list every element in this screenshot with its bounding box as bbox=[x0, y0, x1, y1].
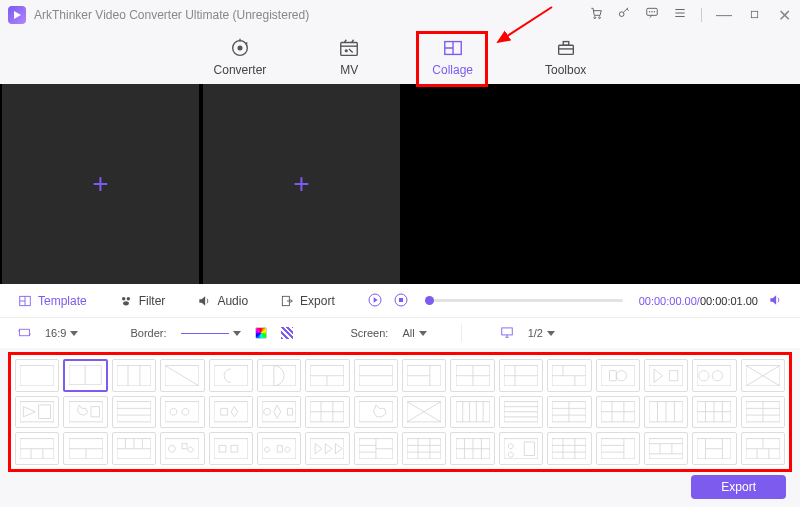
template-thumb-6[interactable] bbox=[305, 359, 349, 392]
svg-point-1 bbox=[594, 17, 596, 19]
plus-icon: + bbox=[92, 168, 108, 200]
template-thumb-17[interactable] bbox=[63, 396, 107, 429]
seek-knob[interactable] bbox=[425, 296, 434, 305]
template-thumb-12[interactable] bbox=[596, 359, 640, 392]
close-button[interactable]: ✕ bbox=[776, 6, 792, 25]
collage-slot-1[interactable]: + bbox=[2, 84, 199, 284]
play-button[interactable] bbox=[367, 292, 383, 310]
cart-icon[interactable] bbox=[589, 6, 603, 24]
border-preview bbox=[181, 333, 229, 334]
template-thumb-10[interactable] bbox=[499, 359, 543, 392]
template-thumb-35[interactable] bbox=[160, 432, 204, 465]
tab-toolbox[interactable]: Toolbox bbox=[545, 37, 586, 77]
border-style-dropdown[interactable] bbox=[181, 331, 241, 336]
template-thumb-45[interactable] bbox=[644, 432, 688, 465]
template-thumb-13[interactable] bbox=[644, 359, 688, 392]
template-thumb-19[interactable] bbox=[160, 396, 204, 429]
window-controls: — ✕ bbox=[589, 6, 792, 25]
template-thumb-39[interactable] bbox=[354, 432, 398, 465]
subtab-template[interactable]: Template bbox=[18, 294, 87, 308]
app-logo bbox=[8, 6, 26, 24]
border-pattern-picker[interactable] bbox=[281, 327, 293, 339]
template-thumb-20[interactable] bbox=[209, 396, 253, 429]
workspace: + + bbox=[0, 84, 800, 284]
template-icon bbox=[18, 294, 32, 308]
tab-converter[interactable]: Converter bbox=[214, 37, 267, 77]
template-thumb-28[interactable] bbox=[596, 396, 640, 429]
svg-rect-14 bbox=[558, 45, 573, 54]
monitor-icon bbox=[500, 325, 514, 341]
template-thumb-14[interactable] bbox=[692, 359, 736, 392]
template-thumb-47[interactable] bbox=[741, 432, 785, 465]
template-thumb-29[interactable] bbox=[644, 396, 688, 429]
minimize-button[interactable]: — bbox=[716, 6, 732, 24]
svg-point-2 bbox=[599, 17, 601, 19]
key-icon[interactable] bbox=[617, 6, 631, 24]
template-thumb-11[interactable] bbox=[547, 359, 591, 392]
converter-icon bbox=[229, 37, 251, 59]
template-thumb-41[interactable] bbox=[450, 432, 494, 465]
template-thumb-32[interactable] bbox=[15, 432, 59, 465]
template-thumb-4[interactable] bbox=[209, 359, 253, 392]
svg-rect-15 bbox=[563, 42, 569, 46]
screen-dropdown[interactable]: All bbox=[402, 327, 426, 339]
template-thumb-21[interactable] bbox=[257, 396, 301, 429]
template-thumb-23[interactable] bbox=[354, 396, 398, 429]
template-thumb-38[interactable] bbox=[305, 432, 349, 465]
feedback-icon[interactable] bbox=[645, 6, 659, 24]
template-thumb-33[interactable] bbox=[63, 432, 107, 465]
maximize-button[interactable] bbox=[746, 6, 762, 24]
template-thumb-7[interactable] bbox=[354, 359, 398, 392]
template-thumb-16[interactable] bbox=[15, 396, 59, 429]
template-thumb-5[interactable] bbox=[257, 359, 301, 392]
template-thumb-18[interactable] bbox=[112, 396, 156, 429]
ratio-dropdown[interactable]: 16:9 bbox=[45, 327, 78, 339]
template-thumb-22[interactable] bbox=[305, 396, 349, 429]
template-thumb-1[interactable] bbox=[63, 359, 107, 392]
template-thumb-3[interactable] bbox=[160, 359, 204, 392]
template-thumb-30[interactable] bbox=[692, 396, 736, 429]
template-thumb-40[interactable] bbox=[402, 432, 446, 465]
template-thumb-44[interactable] bbox=[596, 432, 640, 465]
template-thumb-34[interactable] bbox=[112, 432, 156, 465]
seek-bar[interactable] bbox=[425, 299, 623, 302]
tab-collage[interactable]: Collage bbox=[432, 37, 473, 77]
tab-mv[interactable]: MV bbox=[338, 37, 360, 77]
template-thumb-37[interactable] bbox=[257, 432, 301, 465]
collage-slot-2[interactable]: + bbox=[203, 84, 400, 284]
template-thumb-0[interactable] bbox=[15, 359, 59, 392]
chevron-down-icon bbox=[547, 331, 555, 336]
template-thumb-24[interactable] bbox=[402, 396, 446, 429]
template-thumb-36[interactable] bbox=[209, 432, 253, 465]
template-thumb-2[interactable] bbox=[112, 359, 156, 392]
plus-icon: + bbox=[293, 168, 309, 200]
template-thumb-9[interactable] bbox=[450, 359, 494, 392]
svg-point-20 bbox=[126, 296, 129, 300]
volume-icon[interactable] bbox=[768, 293, 782, 309]
chevron-down-icon bbox=[419, 331, 427, 336]
audio-icon bbox=[197, 294, 211, 308]
border-color-picker[interactable] bbox=[255, 327, 267, 339]
template-thumb-26[interactable] bbox=[499, 396, 543, 429]
template-thumb-31[interactable] bbox=[741, 396, 785, 429]
time-display: 00:00:00.00/00:00:01.00 bbox=[639, 295, 758, 307]
export-bar: Export bbox=[691, 475, 786, 499]
subtab-export[interactable]: Export bbox=[280, 294, 335, 308]
titlebar: ArkThinker Video Converter Ultimate (Unr… bbox=[0, 0, 800, 30]
template-thumb-46[interactable] bbox=[692, 432, 736, 465]
player-controls: 00:00:00.00/00:00:01.00 bbox=[367, 292, 782, 310]
template-grid bbox=[15, 359, 785, 465]
time-total: 00:00:01.00 bbox=[700, 295, 758, 307]
subtab-filter[interactable]: Filter bbox=[119, 294, 166, 308]
template-thumb-15[interactable] bbox=[741, 359, 785, 392]
template-thumb-27[interactable] bbox=[547, 396, 591, 429]
export-button[interactable]: Export bbox=[691, 475, 786, 499]
menu-icon[interactable] bbox=[673, 6, 687, 24]
subtab-audio[interactable]: Audio bbox=[197, 294, 248, 308]
template-thumb-8[interactable] bbox=[402, 359, 446, 392]
template-thumb-25[interactable] bbox=[450, 396, 494, 429]
template-thumb-43[interactable] bbox=[547, 432, 591, 465]
stop-button[interactable] bbox=[393, 292, 409, 310]
template-thumb-42[interactable] bbox=[499, 432, 543, 465]
preview-scale-dropdown[interactable]: 1/2 bbox=[528, 327, 555, 339]
